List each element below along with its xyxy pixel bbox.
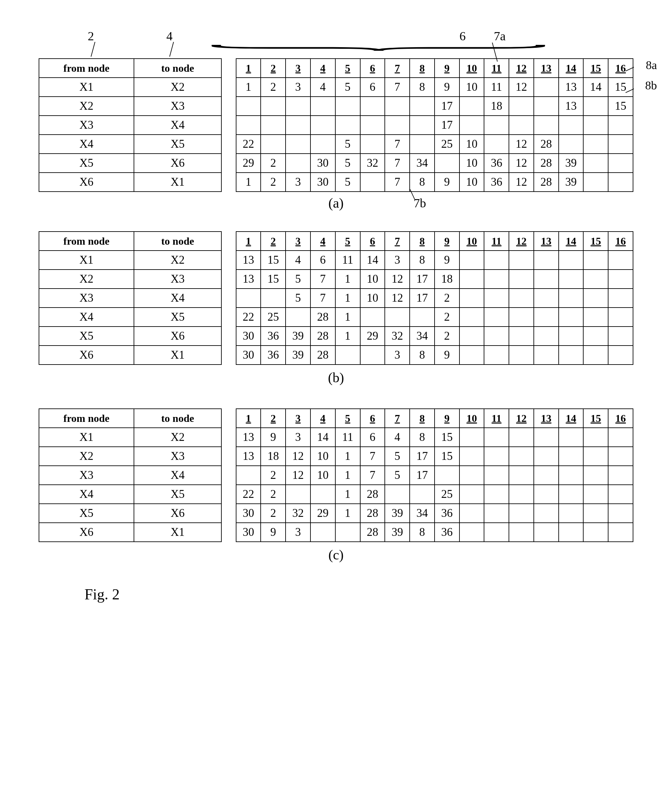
data-cell: 17 (410, 289, 435, 307)
data-cell: 10 (360, 270, 385, 289)
data-cell (261, 116, 285, 135)
data-cell (559, 270, 584, 289)
data-cell: 32 (360, 154, 385, 173)
data-cell (534, 270, 559, 289)
to-cell: X3 (134, 97, 221, 116)
data-cell: 36 (435, 523, 459, 542)
data-cell: 36 (484, 173, 509, 192)
data-cell (534, 504, 559, 523)
header-from: from node (39, 231, 134, 251)
data-cell: 2 (435, 307, 459, 327)
data-cell: 13 (559, 97, 584, 116)
table-row: X6X130363928389 (39, 346, 633, 364)
header-from: from node (39, 59, 134, 78)
data-cell (484, 289, 509, 307)
data-cell: 12 (285, 466, 311, 485)
data-cell: 8 (410, 523, 435, 542)
data-cell: 34 (410, 327, 435, 346)
data-cell (509, 504, 534, 523)
table-row: X1X21393141164815 (39, 428, 633, 447)
data-cell (583, 504, 608, 523)
caption-b: (b) (39, 370, 633, 385)
data-cell (583, 485, 608, 504)
data-cell: 7 (385, 135, 410, 154)
from-cell: X1 (39, 78, 134, 97)
header-col-16: 16 (608, 231, 633, 251)
data-cell: 30 (311, 154, 335, 173)
data-cell: 34 (410, 504, 435, 523)
data-cell (534, 428, 559, 447)
data-cell (285, 485, 311, 504)
data-cell (311, 523, 335, 542)
data-cell (534, 346, 559, 364)
data-cell (484, 270, 509, 289)
data-cell (608, 135, 633, 154)
from-cell: X1 (39, 251, 134, 270)
data-cell: 4 (285, 251, 311, 270)
data-cell (559, 485, 584, 504)
data-cell (583, 116, 608, 135)
data-cell: 25 (435, 485, 459, 504)
data-cell (509, 251, 534, 270)
data-cell (484, 307, 509, 327)
data-cell (261, 135, 285, 154)
data-cell (534, 289, 559, 307)
data-cell (261, 97, 285, 116)
data-cell (559, 447, 584, 466)
data-cell: 1 (236, 173, 261, 192)
data-cell (311, 485, 335, 504)
header-col-12: 12 (509, 59, 534, 78)
table-row: X2X3131557110121718 (39, 270, 633, 289)
data-cell: 17 (410, 270, 435, 289)
data-cell (559, 307, 584, 327)
from-cell: X2 (39, 270, 134, 289)
data-cell: 7 (311, 270, 335, 289)
data-cell: 5 (335, 78, 360, 97)
data-cell: 9 (435, 346, 459, 364)
data-cell (335, 116, 360, 135)
header-col-3: 3 (285, 59, 311, 78)
header-col-15: 15 (583, 231, 608, 251)
data-cell: 8 (410, 428, 435, 447)
data-cell (559, 289, 584, 307)
data-cell (509, 523, 534, 542)
from-cell: X5 (39, 327, 134, 346)
data-cell: 10 (311, 466, 335, 485)
data-cell (410, 97, 435, 116)
data-cell (459, 97, 485, 116)
data-cell: 15 (608, 97, 633, 116)
data-cell (559, 504, 584, 523)
data-cell: 3 (385, 346, 410, 364)
data-cell (534, 116, 559, 135)
header-col-11: 11 (484, 409, 509, 428)
data-cell: 5 (335, 154, 360, 173)
data-cell (484, 327, 509, 346)
header-col-8: 8 (410, 409, 435, 428)
header-col-2: 2 (261, 231, 285, 251)
data-cell: 39 (285, 327, 311, 346)
annotations-top: 2 4 } 6 7a (39, 29, 633, 58)
data-cell: 10 (459, 154, 485, 173)
header-col-12: 12 (509, 231, 534, 251)
data-cell (335, 523, 360, 542)
header-col-2: 2 (261, 59, 285, 78)
data-cell: 18 (261, 447, 285, 466)
data-cell: 39 (385, 504, 410, 523)
data-cell (608, 116, 633, 135)
data-cell: 14 (583, 78, 608, 97)
data-cell (484, 504, 509, 523)
data-cell (459, 251, 485, 270)
data-cell (608, 466, 633, 485)
table-row: X1X21315461114389 (39, 251, 633, 270)
data-cell (583, 327, 608, 346)
data-cell: 15 (261, 270, 285, 289)
header-col-16: 16 (608, 59, 633, 78)
header-col-9: 9 (435, 409, 459, 428)
from-cell: X6 (39, 346, 134, 364)
data-cell: 1 (335, 504, 360, 523)
data-cell (261, 289, 285, 307)
header-col-16: 16 (608, 409, 633, 428)
data-cell: 5 (335, 135, 360, 154)
data-cell (459, 428, 485, 447)
data-cell (311, 135, 335, 154)
